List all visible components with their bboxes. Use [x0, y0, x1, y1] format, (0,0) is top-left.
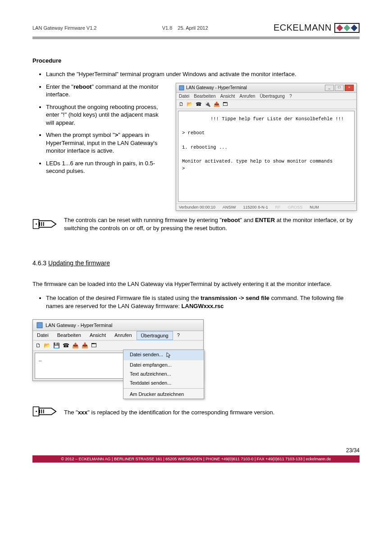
- svg-point-2: [36, 223, 37, 224]
- statusbar: Verbunden 00:00:10 ANSIW 115200 8-N-1 RF…: [176, 204, 356, 210]
- section-4-6-3-heading: 4.6.3 Updating the firmware: [32, 259, 360, 267]
- text: The controls can be reset with running f…: [64, 217, 222, 223]
- doc-title: LAN Gateway Firmware V1.2: [32, 25, 96, 31]
- list-item: Enter the "reboot" command at the monito…: [46, 83, 168, 99]
- app-icon: [36, 322, 43, 328]
- menu-item[interactable]: Anrufen: [240, 94, 255, 99]
- dropdown-label: Datei senden...: [130, 352, 163, 357]
- properties-icon[interactable]: 🗔: [91, 342, 96, 349]
- section-intro: The firmware can be loaded into the LAN …: [32, 280, 360, 288]
- menubar: Datei Bearbeiten Ansicht Anrufen Übertra…: [33, 331, 203, 341]
- minimize-button[interactable]: _: [325, 85, 334, 91]
- new-icon[interactable]: 🗋: [179, 101, 184, 107]
- connect-icon[interactable]: ☎: [63, 342, 69, 349]
- window-title: LAN Gateway - HyperTerminal: [186, 85, 247, 90]
- brand-logo: ECKELMANN: [273, 23, 360, 33]
- dropdown-item-send-file[interactable]: Datei senden...: [123, 350, 204, 360]
- menu-item[interactable]: ?: [289, 94, 292, 99]
- menu-item[interactable]: Anrufen: [110, 331, 137, 340]
- text: When the prompt symbol ": [46, 132, 115, 138]
- reboot-bold: reboot: [73, 83, 91, 90]
- maximize-button[interactable]: □: [335, 85, 344, 91]
- section-list: The location of the desired Firmware fil…: [46, 294, 360, 310]
- open-icon[interactable]: 📂: [187, 101, 193, 107]
- text: " is replaced by the identification for …: [87, 409, 274, 416]
- hyperterminal-window-2: LAN Gateway - HyperTerminal Datei Bearbe…: [32, 319, 204, 381]
- page-header: LAN Gateway Firmware V1.2 V1.8 25. April…: [32, 23, 360, 33]
- text: " and: [240, 217, 255, 223]
- app-icon: [179, 85, 184, 91]
- transmission-dropdown: Datei senden... Datei empfangen... Text …: [123, 350, 204, 399]
- note-2: The "xxx" is replaced by the identificat…: [32, 404, 360, 420]
- header-divider: [32, 36, 360, 39]
- window-controls: _ □ ×: [325, 85, 354, 91]
- pointing-hand-icon: [32, 404, 59, 420]
- cursor-prompt: _: [39, 357, 42, 362]
- save-icon[interactable]: 💾: [53, 342, 60, 349]
- menu-item[interactable]: Bearbeiten: [194, 94, 215, 99]
- text: The location of the desired Firmware fil…: [46, 295, 201, 301]
- cursor-icon: [166, 352, 171, 359]
- dropdown-item[interactable]: Am Drucker aufzeichnen: [123, 390, 204, 399]
- doc-date: 25. April 2012: [178, 25, 208, 31]
- procedure-heading: Procedure: [32, 57, 360, 64]
- status-num: NUM: [310, 205, 319, 209]
- titlebar: LAN Gateway - HyperTerminal: [33, 320, 203, 331]
- reboot-bold: reboot: [222, 217, 240, 223]
- two-column-layout: Enter the "reboot" command at the monito…: [32, 83, 360, 211]
- doc-version: V1.8: [162, 25, 173, 31]
- menu-item[interactable]: Übertragung: [260, 94, 285, 99]
- menu-item[interactable]: Bearbeiten: [53, 331, 86, 340]
- menu-item[interactable]: Ansicht: [220, 94, 235, 99]
- send-icon[interactable]: 📤: [214, 101, 220, 107]
- text: The ": [64, 409, 78, 416]
- brand-text: ECKELMANN: [273, 23, 332, 33]
- dropdown-item[interactable]: Textdatei senden...: [123, 378, 204, 387]
- new-icon[interactable]: 🗋: [36, 342, 41, 349]
- section-number: 4.6.3: [32, 259, 46, 267]
- section-title: Updating the firmware: [48, 259, 110, 267]
- footer: © 2012 – ECKELMANN AG | BERLINER STRASSE…: [32, 455, 360, 463]
- dropdown-separator: [123, 388, 204, 389]
- procedure-list-cont: Enter the "reboot" command at the monito…: [46, 83, 168, 175]
- doc-version-date: V1.8 25. April 2012: [162, 25, 208, 31]
- toolbar: 🗋 📂 ☎ 🔌 📤 🗔: [176, 100, 356, 109]
- menu-item[interactable]: Ansicht: [86, 331, 110, 340]
- procedure-list: Launch the "HyperTerminal" terminal prog…: [46, 70, 360, 78]
- text: Enter the ": [46, 83, 73, 90]
- svg-rect-3: [37, 322, 42, 328]
- note-1: The controls can be reset with running f…: [32, 216, 360, 232]
- page-number: 23/34: [32, 447, 360, 454]
- terminal-output[interactable]: !!! Tippe help fuer Liste der Konsolbefe…: [178, 111, 355, 202]
- menu-item[interactable]: Datei: [179, 94, 189, 99]
- enter-bold: ENTER: [255, 217, 275, 223]
- list-item: The location of the desired Firmware fil…: [46, 294, 360, 310]
- dropdown-item[interactable]: Text aufzeichnen...: [123, 369, 204, 378]
- brand-squares-icon: [334, 23, 360, 33]
- receive-icon[interactable]: 📥: [82, 342, 88, 349]
- hyperterminal-window-1: LAN Gateway - HyperTerminal _ □ × Datei …: [176, 83, 357, 211]
- connect-icon[interactable]: ☎: [196, 101, 202, 107]
- command-bold: transmission -> send file: [201, 295, 269, 301]
- open-icon[interactable]: 📂: [44, 342, 50, 349]
- dropdown-item[interactable]: Datei empfangen...: [123, 360, 204, 369]
- list-item: Launch the "HyperTerminal" terminal prog…: [46, 70, 360, 78]
- filename-bold: LANGWxxx.rsc: [182, 303, 224, 309]
- list-item: LEDs 1...6 are run through in pairs, in …: [46, 159, 168, 175]
- window-title: LAN Gateway - HyperTerminal: [46, 322, 113, 328]
- status-ansi: ANSIW: [223, 205, 236, 209]
- menu-item[interactable]: ?: [173, 331, 184, 340]
- menu-item[interactable]: Datei: [33, 331, 53, 340]
- list-item: When the prompt symbol ">" appears in Hy…: [46, 131, 168, 155]
- disconnect-icon[interactable]: 🔌: [205, 101, 211, 107]
- titlebar: LAN Gateway - HyperTerminal _ □ ×: [176, 83, 356, 93]
- close-button[interactable]: ×: [345, 85, 354, 91]
- status-connected: Verbunden 00:00:10: [179, 205, 215, 209]
- send-icon[interactable]: 📤: [72, 342, 79, 349]
- list-item: Throughout the ongoing rebooting process…: [46, 103, 168, 127]
- menu-item-active[interactable]: Übertragung: [137, 331, 173, 340]
- svg-rect-0: [179, 86, 184, 90]
- xxx-bold: xxx: [78, 409, 88, 416]
- properties-icon[interactable]: 🗔: [223, 101, 228, 107]
- pointing-hand-icon: [32, 216, 59, 232]
